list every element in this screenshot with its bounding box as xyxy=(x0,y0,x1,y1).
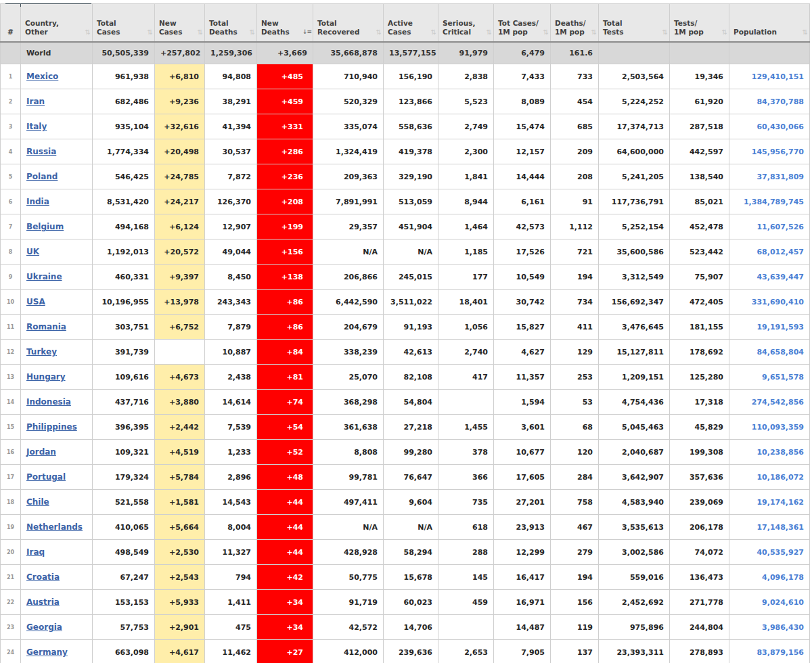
cell-country[interactable]: Chile xyxy=(21,490,93,515)
population-link[interactable]: 84,370,788 xyxy=(757,97,804,106)
country-link[interactable]: Germany xyxy=(26,647,68,657)
cell-country[interactable]: Georgia xyxy=(21,615,93,640)
cell-population[interactable]: 60,430,066 xyxy=(729,114,810,139)
cell-country[interactable]: Iraq xyxy=(21,540,93,565)
country-link[interactable]: USA xyxy=(26,297,45,306)
cell-population[interactable]: 1,384,789,745 xyxy=(729,189,810,214)
population-link[interactable]: 9,024,610 xyxy=(762,598,804,607)
population-link[interactable]: 83,879,156 xyxy=(757,648,804,657)
cell-country[interactable]: Turkey xyxy=(21,340,93,365)
cell-population[interactable]: 145,956,770 xyxy=(729,139,810,164)
population-link[interactable]: 1,384,789,745 xyxy=(744,198,804,206)
country-link[interactable]: Russia xyxy=(26,147,56,156)
country-link[interactable]: Jordan xyxy=(26,447,56,457)
population-link[interactable]: 60,430,066 xyxy=(757,122,804,131)
cell-population[interactable]: 43,639,447 xyxy=(729,265,810,290)
cell-country[interactable]: Romania xyxy=(21,315,93,340)
country-link[interactable]: Croatia xyxy=(26,572,60,582)
cell-population[interactable]: 11,607,526 xyxy=(729,214,810,239)
population-link[interactable]: 19,174,162 xyxy=(757,498,804,507)
column-header-total_tests[interactable]: TotalTests⇅ xyxy=(599,4,670,42)
cell-country[interactable]: USA xyxy=(21,290,93,315)
population-link[interactable]: 68,012,457 xyxy=(757,248,804,256)
country-link[interactable]: Georgia xyxy=(26,622,62,632)
cell-country[interactable]: Poland xyxy=(21,164,93,189)
cell-population[interactable]: 84,658,804 xyxy=(729,340,810,365)
cell-population[interactable]: 84,370,788 xyxy=(729,89,810,114)
cell-country[interactable]: Portugal xyxy=(21,465,93,490)
cell-population[interactable]: 37,831,809 xyxy=(729,164,810,189)
country-link[interactable]: Austria xyxy=(26,597,60,607)
population-link[interactable]: 145,956,770 xyxy=(752,147,804,156)
cell-population[interactable]: 17,148,361 xyxy=(729,515,810,540)
column-header-total_recovered[interactable]: TotalRecovered⇅ xyxy=(313,4,384,42)
population-link[interactable]: 274,542,856 xyxy=(752,398,804,407)
cell-country[interactable]: Croatia xyxy=(21,565,93,590)
population-link[interactable]: 37,831,809 xyxy=(757,173,804,181)
cell-population[interactable]: 68,012,457 xyxy=(729,239,810,265)
cell-country[interactable]: Austria xyxy=(21,590,93,615)
cell-country[interactable]: Italy xyxy=(21,114,93,139)
population-link[interactable]: 10,238,856 xyxy=(757,448,804,457)
country-link[interactable]: Romania xyxy=(26,322,66,332)
country-link[interactable]: Iraq xyxy=(26,547,45,557)
country-link[interactable]: Belgium xyxy=(26,222,64,231)
column-header-active_cases[interactable]: ActiveCases⇅ xyxy=(384,4,438,42)
country-link[interactable]: Turkey xyxy=(26,347,57,357)
population-link[interactable]: 129,410,151 xyxy=(752,72,804,81)
cell-country[interactable]: Germany xyxy=(21,640,93,663)
cell-population[interactable]: 4,096,178 xyxy=(729,565,810,590)
cell-population[interactable]: 19,191,593 xyxy=(729,315,810,340)
cell-population[interactable]: 129,410,151 xyxy=(729,64,810,89)
population-link[interactable]: 10,186,072 xyxy=(757,473,804,482)
cell-population[interactable]: 40,535,927 xyxy=(729,540,810,565)
country-link[interactable]: Ukraine xyxy=(26,272,62,281)
cell-population[interactable]: 274,542,856 xyxy=(729,390,810,415)
column-header-new_deaths[interactable]: NewDeaths↓≡ xyxy=(257,4,313,42)
cell-country[interactable]: Hungary xyxy=(21,365,93,390)
cell-country[interactable]: Belgium xyxy=(21,214,93,239)
cell-population[interactable]: 9,651,578 xyxy=(729,365,810,390)
cell-country[interactable]: Netherlands xyxy=(21,515,93,540)
cell-country[interactable]: Russia xyxy=(21,139,93,164)
country-link[interactable]: Indonesia xyxy=(26,397,71,407)
cell-population[interactable]: 10,238,856 xyxy=(729,440,810,465)
cell-country[interactable]: Mexico xyxy=(21,64,93,89)
cell-population[interactable]: 19,174,162 xyxy=(729,490,810,515)
country-link[interactable]: Italy xyxy=(26,122,47,131)
cell-country[interactable]: UK xyxy=(21,239,93,265)
column-header-total_cases[interactable]: TotalCases⇅ xyxy=(93,4,155,42)
population-link[interactable]: 19,191,593 xyxy=(757,323,804,332)
population-link[interactable]: 9,651,578 xyxy=(762,373,804,382)
population-link[interactable]: 331,690,410 xyxy=(752,298,804,306)
population-link[interactable]: 4,096,178 xyxy=(762,573,804,582)
cell-population[interactable]: 110,093,359 xyxy=(729,415,810,440)
country-link[interactable]: Poland xyxy=(26,172,58,181)
population-link[interactable]: 84,658,804 xyxy=(757,348,804,357)
population-link[interactable]: 3,986,430 xyxy=(762,623,804,632)
country-link[interactable]: Philippines xyxy=(26,422,77,432)
population-link[interactable]: 17,148,361 xyxy=(757,523,804,532)
population-link[interactable]: 43,639,447 xyxy=(757,273,804,281)
cell-country[interactable]: Iran xyxy=(21,89,93,114)
country-link[interactable]: India xyxy=(26,197,49,206)
cell-country[interactable]: Philippines xyxy=(21,415,93,440)
column-header-serious_critical[interactable]: Serious,Critical⇅ xyxy=(438,4,494,42)
country-link[interactable]: Portugal xyxy=(26,472,66,482)
column-header-population[interactable]: Population⇅ xyxy=(729,4,810,42)
country-link[interactable]: Mexico xyxy=(26,72,58,81)
cell-country[interactable]: Ukraine xyxy=(21,265,93,290)
column-header-new_cases[interactable]: NewCases⇅ xyxy=(155,4,205,42)
column-header-tests_per_1m[interactable]: Tests/1M pop⇅ xyxy=(670,4,729,42)
country-link[interactable]: Hungary xyxy=(26,372,66,382)
cell-population[interactable]: 331,690,410 xyxy=(729,290,810,315)
cell-country[interactable]: Jordan xyxy=(21,440,93,465)
population-link[interactable]: 110,093,359 xyxy=(752,423,804,432)
cell-population[interactable]: 10,186,072 xyxy=(729,465,810,490)
cell-country[interactable]: Indonesia xyxy=(21,390,93,415)
country-link[interactable]: Netherlands xyxy=(26,522,83,532)
cell-country[interactable]: India xyxy=(21,189,93,214)
country-link[interactable]: Iran xyxy=(26,97,45,106)
column-header-country[interactable]: Country,Other⇅ xyxy=(21,4,93,42)
column-header-cases_per_1m[interactable]: Tot Cases/1M pop⇅ xyxy=(494,4,551,42)
